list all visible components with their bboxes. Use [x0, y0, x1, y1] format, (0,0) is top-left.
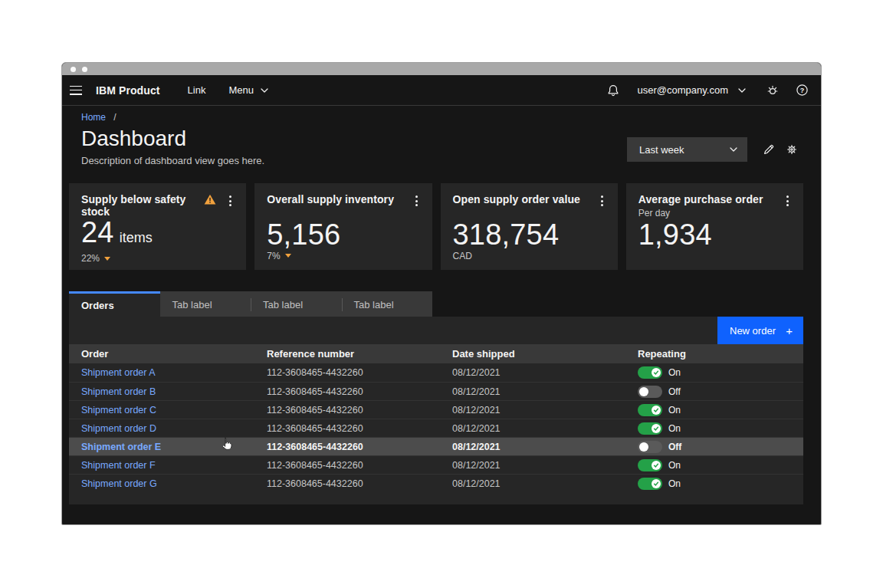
order-cell: Shipment order B [69, 383, 254, 400]
toggle-state-label: Off [668, 442, 681, 452]
order-link[interactable]: Shipment order D [81, 423, 156, 434]
card-title: Average purchase order [638, 193, 763, 205]
repeating-toggle[interactable] [638, 422, 662, 435]
toggle-state-label: On [668, 460, 681, 471]
toggle-knob [652, 461, 661, 470]
date-cell: 08/12/2021 [440, 438, 625, 455]
card-unit: items [120, 223, 153, 252]
overflow-menu-icon[interactable] [784, 194, 791, 208]
table-toolbar: New order + [69, 317, 803, 344]
product-name: IBM Product [96, 84, 160, 97]
nav-menu[interactable]: Menu [228, 84, 268, 96]
notifications-bell-icon[interactable] [607, 84, 619, 97]
order-link[interactable]: Shipment order A [81, 367, 156, 378]
order-cell: Shipment order F [69, 456, 254, 474]
reference-cell: 112-3608465-4432260 [254, 419, 440, 437]
overflow-menu-icon[interactable] [413, 194, 420, 208]
tab-label-1[interactable]: Tab label [160, 291, 251, 317]
trend-down-icon [285, 254, 291, 258]
toggle-knob [639, 442, 648, 452]
order-link[interactable]: Shipment order G [81, 478, 157, 489]
table-row[interactable]: Shipment order E 112-3608465-4432260 08/… [69, 437, 803, 455]
toggle-knob [639, 387, 648, 396]
toggle-state-label: On [668, 423, 681, 434]
card-trend-value: 7% [267, 251, 280, 261]
nav-menu-label: Menu [228, 84, 254, 96]
order-link[interactable]: Shipment order C [81, 405, 156, 416]
card-title: Overall supply inventory [267, 193, 412, 205]
card-open-supply-order-value: Open supply order value 318,754 CAD [441, 183, 618, 270]
table-row[interactable]: Shipment order C 112-3608465-4432260 08/… [69, 400, 803, 419]
date-cell: 08/12/2021 [440, 401, 625, 419]
tab-label-2[interactable]: Tab label [251, 291, 342, 317]
add-plus-icon: + [786, 325, 793, 337]
table-row[interactable]: Shipment order D 112-3608465-4432260 08/… [69, 419, 803, 437]
settings-gear-icon[interactable] [780, 138, 803, 161]
column-header-date[interactable]: Date shipped [440, 344, 625, 363]
card-value: 24 [81, 218, 114, 247]
card-subtitle: Per day [638, 208, 763, 218]
card-value: 318,754 [453, 220, 560, 249]
repeating-toggle[interactable] [638, 459, 662, 471]
date-cell: 08/12/2021 [440, 383, 625, 400]
table-row[interactable]: Shipment order B 112-3608465-4432260 08/… [69, 382, 803, 400]
card-value: 5,156 [267, 220, 340, 249]
svg-text:?: ? [800, 87, 805, 94]
window-titlebar[interactable] [62, 63, 821, 75]
period-dropdown[interactable]: Last week [627, 137, 747, 162]
column-header-order[interactable]: Order [69, 344, 254, 363]
reference-cell: 112-3608465-4432260 [254, 401, 440, 419]
order-link[interactable]: Shipment order F [81, 460, 156, 471]
tab-label-3[interactable]: Tab label [342, 291, 433, 317]
tab-orders[interactable]: Orders [69, 291, 160, 317]
repeating-toggle[interactable] [638, 478, 662, 490]
card-value: 1,934 [638, 220, 712, 249]
overflow-menu-icon[interactable] [599, 194, 606, 208]
order-link[interactable]: Shipment order B [81, 386, 156, 397]
order-cell: Shipment order A [69, 363, 254, 382]
table-row[interactable]: Shipment order G 112-3608465-4432260 08/… [69, 474, 803, 492]
edit-icon[interactable] [757, 138, 780, 161]
card-supply-below-safety-stock: Supply below safety stock 24 items [69, 183, 246, 270]
card-title: Supply below safety stock [81, 193, 204, 218]
repeating-toggle[interactable] [638, 386, 662, 398]
table-row[interactable]: Shipment order F 112-3608465-4432260 08/… [69, 455, 803, 474]
new-order-label: New order [730, 325, 776, 337]
card-title: Open supply order value [453, 193, 599, 205]
trend-down-icon [104, 257, 110, 261]
table-row[interactable]: Shipment order A 112-3608465-4432260 08/… [69, 363, 803, 382]
window-dot[interactable] [71, 67, 76, 72]
column-header-repeating[interactable]: Repeating [625, 344, 803, 363]
card-overall-supply-inventory: Overall supply inventory 5,156 7% [254, 183, 432, 270]
chevron-down-icon [730, 147, 737, 152]
breadcrumb: Home / [81, 112, 803, 123]
repeating-cell: On [625, 401, 803, 419]
toggle-state-label: On [668, 478, 681, 489]
toggle-state-label: On [668, 405, 681, 416]
user-account-menu[interactable]: user@company.com [638, 84, 746, 96]
order-cell: Shipment order G [69, 475, 254, 492]
nav-link[interactable]: Link [188, 84, 206, 96]
column-header-reference[interactable]: Reference number [254, 344, 440, 363]
repeating-cell: On [625, 419, 803, 437]
card-currency: CAD [453, 251, 472, 261]
idea-icon[interactable] [766, 84, 779, 97]
repeating-toggle[interactable] [638, 366, 662, 379]
overflow-menu-icon[interactable] [227, 194, 234, 208]
hamburger-menu-icon[interactable] [70, 86, 82, 95]
window-dot[interactable] [82, 67, 87, 72]
toggle-state-label: Off [668, 386, 681, 397]
date-cell: 08/12/2021 [440, 419, 625, 437]
reference-cell: 112-3608465-4432260 [254, 456, 440, 474]
order-link[interactable]: Shipment order E [81, 442, 161, 452]
repeating-toggle[interactable] [638, 441, 662, 453]
help-icon[interactable]: ? [796, 84, 809, 97]
table-body: Shipment order A 112-3608465-4432260 08/… [69, 363, 803, 504]
toggle-state-label: On [668, 367, 681, 378]
page-header-controls: Last week [627, 137, 803, 162]
new-order-button[interactable]: New order + [717, 317, 803, 344]
breadcrumb-home-link[interactable]: Home [81, 112, 106, 123]
reference-cell: 112-3608465-4432260 [254, 475, 440, 492]
page-content: Home / Dashboard Description of dashboar… [62, 106, 821, 524]
repeating-toggle[interactable] [638, 404, 662, 416]
